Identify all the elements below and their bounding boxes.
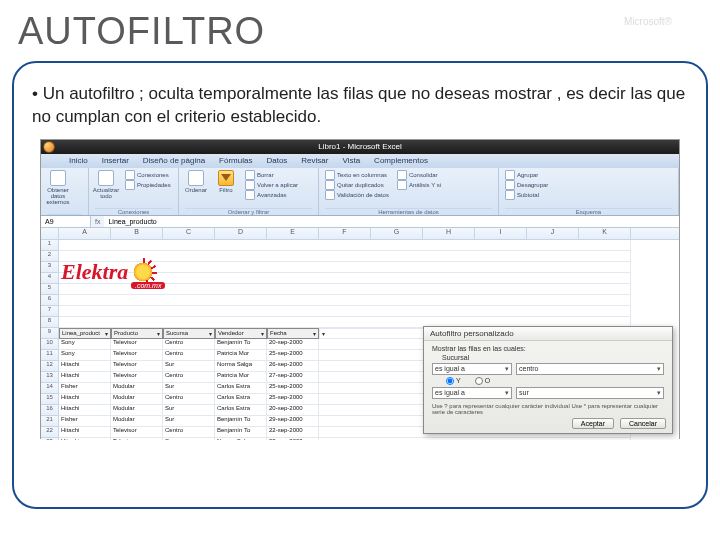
advanced-button[interactable]: Avanzadas bbox=[245, 190, 298, 200]
cell[interactable]: Fisher bbox=[59, 383, 111, 394]
formula-input[interactable]: Linea_producto bbox=[104, 216, 679, 227]
subtotal-button[interactable]: Subtotal bbox=[505, 190, 548, 200]
cell[interactable]: Modular bbox=[111, 405, 163, 416]
cell[interactable]: 25-sep-2000 bbox=[267, 383, 319, 394]
cell[interactable]: Sur bbox=[163, 383, 215, 394]
tab-complementos[interactable]: Complementos bbox=[374, 156, 428, 165]
tab-vista[interactable]: Vista bbox=[342, 156, 360, 165]
ungroup-button[interactable]: Desagrupar bbox=[505, 180, 548, 190]
cell[interactable]: Sur bbox=[163, 361, 215, 372]
cell[interactable]: Televisor bbox=[111, 339, 163, 350]
filter-dropdown[interactable]: Linea_product bbox=[59, 328, 111, 339]
cell[interactable]: Carlos Estra bbox=[215, 383, 267, 394]
cell[interactable]: Hitachi bbox=[59, 394, 111, 405]
cell[interactable]: Hitachi bbox=[59, 438, 111, 440]
cell[interactable]: Televisor bbox=[111, 361, 163, 372]
tab-insertar[interactable]: Insertar bbox=[102, 156, 129, 165]
cell[interactable]: Norma Salga bbox=[215, 438, 267, 440]
elektra-logo: Elektra .com.mx bbox=[61, 254, 211, 290]
filter-dropdown[interactable]: Sucursa bbox=[163, 328, 215, 339]
cell[interactable]: Sony bbox=[59, 339, 111, 350]
cell[interactable]: Benjamín To bbox=[215, 427, 267, 438]
fx-icon[interactable]: fx bbox=[91, 218, 104, 225]
operator-1-select[interactable]: es igual a bbox=[432, 363, 512, 375]
cell[interactable]: Carlos Estra bbox=[215, 405, 267, 416]
value-2-select[interactable]: sur bbox=[516, 387, 664, 399]
cell[interactable]: 26-sep-2000 bbox=[267, 361, 319, 372]
cell[interactable]: 27-sep-2000 bbox=[267, 372, 319, 383]
cell[interactable]: Centro bbox=[163, 339, 215, 350]
text-to-columns-button[interactable]: Texto en columnas bbox=[325, 170, 389, 180]
cell[interactable]: Fisher bbox=[59, 416, 111, 427]
cell[interactable]: Modular bbox=[111, 416, 163, 427]
cell[interactable]: Sur bbox=[163, 438, 215, 440]
operator-2-select[interactable]: es igual a bbox=[432, 387, 512, 399]
cell[interactable]: Sur bbox=[163, 416, 215, 427]
consolidate-button[interactable]: Consolidar bbox=[397, 170, 441, 180]
cell[interactable]: Televisor bbox=[111, 350, 163, 361]
refresh-all-button[interactable]: Actualizar todo bbox=[95, 170, 117, 199]
dialog-field: Sucursal bbox=[442, 354, 664, 361]
radio-and[interactable]: Y bbox=[446, 377, 461, 385]
cell[interactable]: 25-sep-2000 bbox=[267, 394, 319, 405]
cell[interactable]: Hitachi bbox=[59, 405, 111, 416]
connections-button[interactable]: Conexiones bbox=[125, 170, 171, 180]
cell[interactable]: Televisor bbox=[111, 427, 163, 438]
cancel-button[interactable]: Cancelar bbox=[620, 418, 666, 429]
cell[interactable]: Norma Salga bbox=[215, 361, 267, 372]
radio-or[interactable]: O bbox=[475, 377, 490, 385]
cell[interactable]: Patricia Mor bbox=[215, 350, 267, 361]
cell[interactable]: Carlos Estra bbox=[215, 394, 267, 405]
cell[interactable]: Televisor bbox=[111, 372, 163, 383]
filter-button[interactable]: Filtro bbox=[215, 170, 237, 193]
cell[interactable]: Centro bbox=[163, 350, 215, 361]
cell[interactable]: 20-sep-2000 bbox=[267, 405, 319, 416]
cell[interactable]: 28-sep-2000 bbox=[267, 438, 319, 440]
tab-diseno[interactable]: Diseño de página bbox=[143, 156, 205, 165]
accept-button[interactable]: Aceptar bbox=[572, 418, 614, 429]
cell[interactable]: Hitachi bbox=[59, 361, 111, 372]
cell[interactable]: Benjamín To bbox=[215, 416, 267, 427]
remove-duplicates-button[interactable]: Quitar duplicados bbox=[325, 180, 389, 190]
cell[interactable]: Sony bbox=[59, 350, 111, 361]
reapply-button[interactable]: Volver a aplicar bbox=[245, 180, 298, 190]
cell[interactable]: Televisor bbox=[111, 438, 163, 440]
sun-icon bbox=[132, 261, 154, 283]
cell[interactable]: Modular bbox=[111, 383, 163, 394]
office-orb-icon[interactable] bbox=[43, 141, 55, 153]
clear-filter-button[interactable]: Borrar bbox=[245, 170, 298, 180]
filter-dropdown[interactable]: Producto bbox=[111, 328, 163, 339]
cell[interactable]: Sur bbox=[163, 405, 215, 416]
group-button[interactable]: Agrupar bbox=[505, 170, 548, 180]
tab-datos[interactable]: Datos bbox=[266, 156, 287, 165]
tab-formulas[interactable]: Fórmulas bbox=[219, 156, 252, 165]
cell[interactable]: 20-sep-2000 bbox=[267, 339, 319, 350]
properties-button[interactable]: Propiedades bbox=[125, 180, 171, 190]
table-row: 23HitachiTelevisorSurNorma Salga28-sep-2… bbox=[41, 438, 679, 440]
ribbon: Obtener datos externos Actualizar todo C… bbox=[41, 168, 679, 216]
cell[interactable]: Hitachi bbox=[59, 427, 111, 438]
ribbon-tabs: Inicio Insertar Diseño de página Fórmula… bbox=[41, 154, 679, 168]
value-1-select[interactable]: centro bbox=[516, 363, 664, 375]
cell[interactable]: 29-sep-2000 bbox=[267, 416, 319, 427]
cell[interactable]: Centro bbox=[163, 394, 215, 405]
sort-button[interactable]: Ordenar bbox=[185, 170, 207, 193]
cell[interactable]: Centro bbox=[163, 427, 215, 438]
whatif-button[interactable]: Análisis Y si bbox=[397, 180, 441, 190]
filter-dropdown[interactable]: Vendedor bbox=[215, 328, 267, 339]
cell[interactable]: Hitachi bbox=[59, 372, 111, 383]
filter-dropdown[interactable]: Fecha bbox=[267, 328, 319, 339]
cell[interactable]: Patricia Mor bbox=[215, 372, 267, 383]
excel-titlebar: Libro1 - Microsoft Excel bbox=[41, 140, 679, 154]
cell[interactable]: Benjamín To bbox=[215, 339, 267, 350]
cell[interactable]: 25-sep-2000 bbox=[267, 350, 319, 361]
tab-inicio[interactable]: Inicio bbox=[69, 156, 88, 165]
worksheet-grid[interactable]: A B C D E F G H I J K 1 2 3 4 5 6 7 bbox=[41, 228, 679, 440]
cell[interactable]: Modular bbox=[111, 394, 163, 405]
cell[interactable]: Centro bbox=[163, 372, 215, 383]
tab-revisar[interactable]: Revisar bbox=[301, 156, 328, 165]
data-validation-button[interactable]: Validación de datos bbox=[325, 190, 389, 200]
get-external-data-button[interactable]: Obtener datos externos bbox=[47, 170, 69, 205]
name-box[interactable]: A9 bbox=[41, 216, 91, 227]
cell[interactable]: 22-sep-2000 bbox=[267, 427, 319, 438]
